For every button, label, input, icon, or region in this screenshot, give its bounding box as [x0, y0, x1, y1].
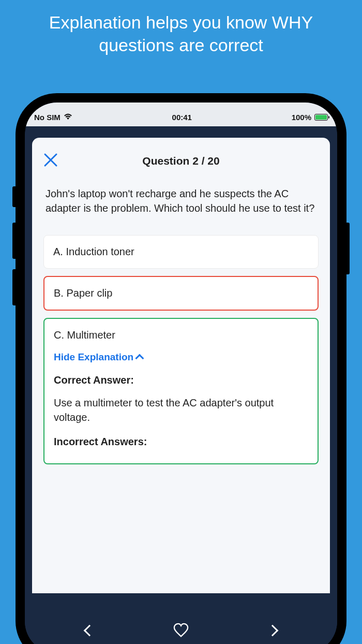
chevron-left-icon — [84, 625, 96, 637]
battery-icon — [314, 114, 328, 121]
phone-side-button — [12, 186, 16, 207]
status-left: No SIM — [34, 113, 72, 122]
phone-side-button — [12, 269, 16, 305]
correct-answer-heading: Correct Answer: — [54, 374, 308, 386]
answer-option-a[interactable]: A. Induction toner — [43, 235, 319, 269]
incorrect-answers-heading: Incorrect Answers: — [54, 436, 308, 448]
correct-answer-text: Use a multimeter to test the AC adapter'… — [54, 396, 308, 425]
card-header: Question 2 / 20 — [43, 152, 319, 170]
phone-screen: No SIM 00:41 100% Question 2 / 20 John — [25, 103, 337, 644]
hide-explanation-label: Hide Explanation — [54, 352, 133, 363]
chevron-up-icon — [135, 354, 144, 363]
prev-button[interactable] — [85, 626, 94, 635]
clock: 00:41 — [172, 113, 192, 122]
answer-option-b[interactable]: B. Paper clip — [43, 276, 319, 311]
heart-icon — [173, 623, 189, 638]
question-card: Question 2 / 20 John's laptop won't rech… — [32, 138, 330, 593]
wifi-icon — [64, 113, 72, 122]
answer-option-c[interactable]: C. Multimeter Hide Explanation Correct A… — [43, 318, 319, 464]
status-right: 100% — [292, 113, 328, 122]
phone-frame: No SIM 00:41 100% Question 2 / 20 John — [16, 93, 346, 644]
promo-headline: Explanation helps you know WHY questions… — [0, 0, 362, 56]
phone-side-button — [12, 223, 16, 259]
battery-fill — [315, 115, 327, 120]
battery-percent: 100% — [292, 113, 311, 122]
phone-side-button — [346, 223, 350, 274]
question-counter: Question 2 / 20 — [43, 155, 319, 167]
status-bar: No SIM 00:41 100% — [25, 103, 337, 126]
hide-explanation-toggle[interactable]: Hide Explanation — [54, 352, 308, 363]
answer-c-label: C. Multimeter — [54, 329, 308, 341]
question-text: John's laptop won't recharge and he susp… — [43, 186, 319, 215]
favorite-button[interactable] — [173, 623, 189, 638]
chevron-right-icon — [267, 625, 279, 637]
next-button[interactable] — [268, 626, 277, 635]
bottom-nav — [25, 613, 337, 644]
carrier-label: No SIM — [34, 113, 61, 122]
